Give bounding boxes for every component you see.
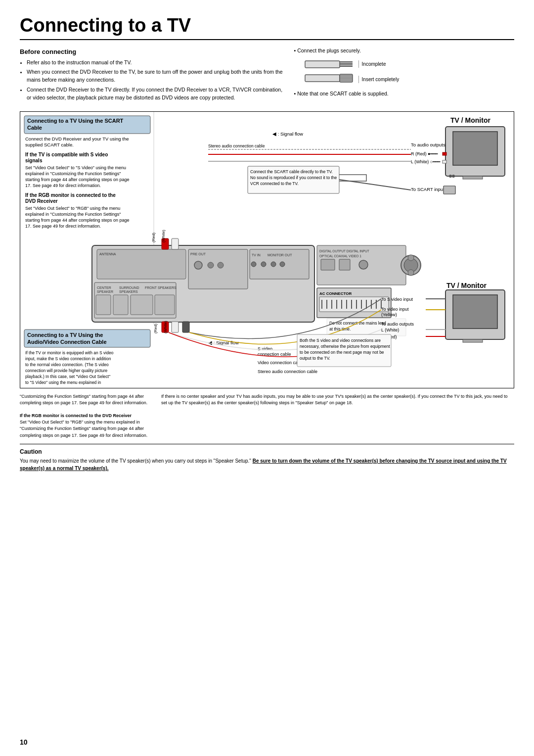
- connector-diagrams: Incomplete Insert complet: [304, 59, 514, 86]
- incomplete-plug: [304, 59, 354, 70]
- svg-text:explained in "Customizing the : explained in "Customizing the Function S…: [25, 212, 121, 217]
- page-number: 10: [20, 738, 28, 746]
- svg-rect-91: [319, 297, 389, 312]
- svg-rect-67: [96, 295, 111, 315]
- svg-text:OPTICAL      COAXIAL VIDEO 1: OPTICAL COAXIAL VIDEO 1: [319, 254, 361, 258]
- svg-text:If the TV or monitor is equipp: If the TV or monitor is equipped with an…: [25, 350, 114, 355]
- svg-text:L (White): L (White): [381, 328, 399, 332]
- svg-text:(White): (White): [161, 230, 166, 242]
- svg-text:(Red): (Red): [151, 233, 156, 242]
- svg-text:If the TV is compatible with S: If the TV is compatible with S video: [25, 152, 108, 157]
- svg-text:If the RGB monitor is connecte: If the RGB monitor is connected to the: [25, 192, 116, 198]
- svg-text:To audio outputs: To audio outputs: [411, 142, 445, 147]
- svg-text:Set "Video Out Select" to "RGB: Set "Video Out Select" to "RGB" using th…: [25, 206, 120, 211]
- footnote-text-container: If there is no center speaker and your T…: [161, 393, 514, 438]
- svg-rect-44: [443, 160, 446, 163]
- svg-rect-70: [155, 295, 175, 315]
- svg-rect-68: [113, 295, 128, 315]
- svg-text:to "S Video" using the menu ex: to "S Video" using the menu explained in: [25, 380, 101, 385]
- svg-rect-87: [339, 259, 350, 270]
- insert-completely-label: Insert completely: [358, 76, 400, 83]
- complete-plug: [304, 73, 354, 86]
- svg-text:FRONT SPEAKERS: FRONT SPEAKERS: [145, 286, 177, 289]
- svg-text:17. See page 49 for direct inf: 17. See page 49 for direct information.: [25, 183, 101, 188]
- svg-text:CENTER: CENTER: [97, 286, 111, 289]
- svg-text:SPEAKER: SPEAKER: [97, 290, 113, 293]
- svg-text:explained in "Customizing the : explained in "Customizing the Function S…: [25, 171, 121, 176]
- svg-text:To SCART input: To SCART input: [411, 187, 445, 192]
- page-container: Connecting to a TV Before connecting Ref…: [0, 0, 534, 756]
- av-cont-text: "Customizing the Function Settings" star…: [20, 394, 147, 405]
- svg-text:output to the TV.: output to the TV.: [300, 356, 330, 361]
- svg-rect-123: [453, 295, 497, 329]
- svg-text:TV IN: TV IN: [252, 253, 261, 257]
- svg-rect-6: [340, 74, 353, 82]
- svg-text:(Yellow): (Yellow): [381, 312, 397, 317]
- svg-text:Both the S video and video con: Both the S video and video connections a…: [300, 338, 381, 343]
- svg-point-81: [271, 262, 276, 267]
- svg-text:MONITOR OUT: MONITOR OUT: [267, 253, 292, 257]
- svg-text:Set "Video Out Select" to "S V: Set "Video Out Select" to "S Video" usin…: [25, 165, 126, 170]
- svg-text:◀ : Signal flow: ◀ : Signal flow: [272, 131, 303, 137]
- svg-rect-5: [305, 75, 340, 82]
- svg-text:To S video input: To S video input: [381, 297, 413, 302]
- svg-point-35: [449, 175, 452, 178]
- svg-text:connection will provide higher: connection will provide higher quality p…: [25, 368, 108, 373]
- bottom-text-section: "Customizing the Function Settings" star…: [20, 393, 514, 438]
- caution-title: Caution: [20, 448, 514, 455]
- bullet-1: Refer also to the instruction manual of …: [27, 59, 284, 67]
- before-connecting-section: Before connecting Refer also to the inst…: [20, 47, 514, 103]
- svg-point-82: [280, 262, 285, 267]
- complete-plug-svg: [304, 73, 354, 84]
- svg-text:SURROUND: SURROUND: [119, 286, 139, 289]
- page-title: Connecting to a TV: [20, 15, 514, 36]
- main-diagram: Connecting to a TV Using the SCART Cable…: [20, 111, 514, 388]
- svg-rect-120: [182, 322, 189, 332]
- incomplete-label: Incomplete: [358, 60, 386, 68]
- svg-text:To audio outputs: To audio outputs: [381, 322, 414, 327]
- bullet-2: When you connect the DVD Receiver to the…: [27, 68, 284, 84]
- svg-text:starting from page 44 after co: starting from page 44 after completing s…: [25, 177, 130, 182]
- svg-text:Connect the DVD Receiver and y: Connect the DVD Receiver and your TV usi…: [25, 136, 129, 142]
- svg-text:input, make the S video connec: input, make the S video connection in ad…: [25, 356, 111, 361]
- svg-rect-114: [172, 238, 178, 249]
- scart-note: • Note that one SCART cable is supplied.: [294, 90, 514, 98]
- diagram-svg: Connecting to a TV Using the SCART Cable…: [20, 112, 514, 388]
- incomplete-row: Incomplete: [304, 59, 386, 70]
- svg-text:Stereo audio connection cable: Stereo audio connection cable: [208, 143, 265, 148]
- svg-text:TV / Monitor: TV / Monitor: [450, 116, 490, 124]
- svg-text:No sound is reproduced if you : No sound is reproduced if you connect it…: [250, 175, 337, 180]
- svg-text:To video input: To video input: [381, 307, 409, 312]
- incomplete-plug-svg: [304, 59, 354, 70]
- svg-rect-118: [172, 322, 178, 332]
- svg-rect-0: [305, 61, 340, 68]
- svg-text:Audio/Video Connection Cable: Audio/Video Connection Cable: [27, 339, 107, 345]
- svg-text:signals: signals: [25, 158, 43, 163]
- svg-point-75: [218, 262, 223, 268]
- svg-rect-43: [443, 152, 446, 155]
- before-connecting-left: Before connecting Refer also to the inst…: [20, 47, 284, 103]
- svg-text:(Red): (Red): [153, 324, 158, 333]
- svg-point-79: [251, 262, 256, 267]
- svg-text:playback.) In this case, set ": playback.) In this case, set "Video Out …: [25, 374, 110, 379]
- svg-text:VCR connected to the TV.: VCR connected to the TV.: [250, 181, 299, 186]
- svg-text:DIGITAL OUTPUT          DIGITA: DIGITAL OUTPUT DIGITAL INPUT: [319, 249, 369, 253]
- svg-text:supplied SCART cable.: supplied SCART cable.: [25, 142, 74, 147]
- rgb-title-2: If the RGB monitor is connected to the D…: [20, 413, 132, 418]
- insert-completely-row: Insert completely: [304, 73, 400, 86]
- svg-text:Connecting to a TV Using the: Connecting to a TV Using the: [27, 332, 103, 338]
- svg-text:to the normal video connection: to the normal video connection. (The S v…: [25, 362, 109, 367]
- svg-point-110: [408, 255, 414, 261]
- svg-text:TV / Monitor: TV / Monitor: [446, 282, 487, 289]
- caution-section: Caution You may need to maximize the vol…: [20, 444, 514, 472]
- svg-text:DVD Receiver: DVD Receiver: [25, 198, 58, 204]
- svg-rect-124: [463, 339, 483, 342]
- svg-point-111: [408, 270, 414, 276]
- svg-rect-34: [463, 176, 483, 179]
- caution-normal-text: You may need to maximize the volume of t…: [20, 458, 251, 464]
- caution-text: You may need to maximize the volume of t…: [20, 457, 514, 472]
- svg-point-80: [261, 262, 266, 267]
- svg-text:PRE OUT: PRE OUT: [190, 252, 206, 256]
- svg-text:17. See page 49 for direct inf: 17. See page 49 for direct information.: [25, 224, 101, 229]
- svg-text:L (White) ○━━━: L (White) ○━━━: [411, 159, 441, 164]
